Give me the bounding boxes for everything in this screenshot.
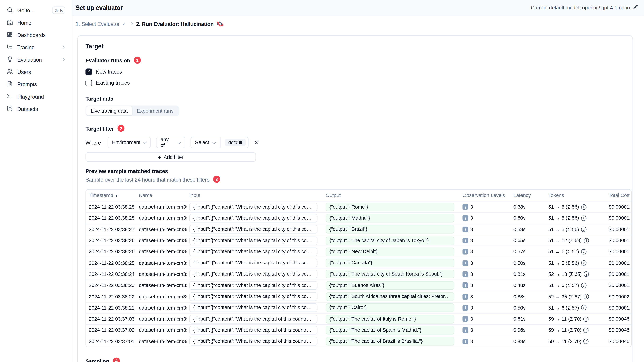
filter-operator-select[interactable]: any of (156, 137, 185, 148)
add-filter-button[interactable]: + Add filter (85, 152, 256, 162)
trace-name: dataset-run-item-cm3s4 (136, 249, 186, 255)
tokens-info-icon[interactable]: i (584, 271, 589, 277)
tokens-cell: 51 → 12 (Σ 63) i (545, 238, 606, 244)
sidebar-item-dashboards[interactable]: Dashboards (4, 29, 68, 41)
sidebar-item-label: Home (17, 19, 65, 26)
tab-experiment-runs[interactable]: Experiment runs (132, 106, 178, 115)
remove-filter-icon[interactable]: ✕ (254, 139, 258, 146)
tokens-info-icon[interactable]: i (581, 260, 586, 266)
trace-name: dataset-run-item-cm3s4 (136, 305, 186, 311)
column-header-timestamp[interactable]: Timestamp▼ (86, 193, 136, 198)
tokens-info-icon[interactable]: i (581, 215, 586, 221)
table-row[interactable]: 2024-11-22 03:38:27 dataset-run-item-cm3… (86, 224, 631, 235)
evaluator-runs-on-label: Evaluator runs on 1 (85, 57, 141, 64)
sampling-label: Sampling 4 (85, 358, 120, 362)
trace-name: dataset-run-item-cm3s4 (136, 260, 186, 266)
column-header-input: Input (186, 193, 323, 198)
observation-levels-cell: i 3 (460, 316, 510, 322)
filter-value-select[interactable]: Select default (190, 137, 248, 148)
table-row[interactable]: 2024-11-22 03:38:28 dataset-run-item-cm3… (86, 201, 631, 212)
filter-value-chip-default: default (225, 139, 246, 146)
prompts-icon (7, 80, 13, 88)
tokens-info-icon[interactable]: i (581, 204, 586, 210)
table-row[interactable]: 2024-11-22 03:38:25 dataset-run-item-cm3… (86, 257, 631, 268)
step-badge-3: 3 (213, 176, 220, 183)
sidebar-item-users[interactable]: Users (4, 66, 68, 78)
trace-input-json: {"input":[{"content":"What is the capita… (189, 203, 318, 211)
total-cost-cell: $0.000016 (606, 271, 630, 277)
trace-timestamp: 2024-11-22 03:38:28 (86, 204, 136, 210)
tokens-info-icon[interactable]: i (584, 238, 589, 243)
total-cost-cell: $0.000029 (606, 294, 630, 300)
step1-label: 1. Select Evaluator (76, 21, 120, 27)
trace-output-json: {"output":"Rome"} (326, 203, 454, 211)
tokens-info-icon[interactable]: i (584, 294, 589, 299)
trace-input-json: {"input":[{"content":"What is the capita… (189, 326, 318, 335)
trace-input-cell: {"input":[{"content":"What is the capita… (186, 203, 323, 211)
latency-cell: 0.57s (510, 249, 546, 255)
tab-live-tracing-data[interactable]: Live tracing data (86, 106, 132, 115)
step-badge-1: 1 (134, 57, 141, 64)
users-icon (7, 68, 13, 76)
tokens-info-icon[interactable]: i (581, 249, 586, 254)
table-row[interactable]: 2024-11-22 03:37:03 dataset-run-item-cm3… (86, 313, 631, 324)
checkbox-label: New traces (96, 69, 122, 75)
table-row[interactable]: 2024-11-22 03:38:28 dataset-run-item-cm3… (86, 212, 631, 224)
trace-timestamp: 2024-11-22 03:38:25 (86, 260, 136, 266)
sidebar-item-playground[interactable]: Playground (4, 90, 68, 102)
observation-levels-cell: i 3 (460, 226, 510, 232)
table-row[interactable]: 2024-11-22 03:38:24 dataset-run-item-cm3… (86, 268, 631, 280)
trace-output-cell: {"output":"Cairo"} (323, 304, 460, 312)
table-row[interactable]: 2024-11-22 03:37:02 dataset-run-item-cm3… (86, 324, 631, 336)
tokens-cell: 51 → 5 (Σ 56) i (545, 215, 606, 221)
checkbox-existing-traces[interactable]: ✓ Existing traces (85, 78, 624, 87)
latency-cell: 0.83s (510, 294, 546, 300)
filter-column-select[interactable]: Environment (108, 137, 150, 148)
tokens-cell: 59 → 11 (Σ 70) i (545, 316, 606, 322)
tokens-info-icon[interactable]: i (581, 227, 586, 232)
sidebar-item-tracing[interactable]: Tracing (4, 41, 68, 53)
target-data-label: Target data (85, 96, 624, 102)
go-to-search[interactable]: Go to... ⌘ K (4, 4, 68, 16)
table-row[interactable]: 2024-11-22 03:38:21 dataset-run-item-cm3… (86, 302, 631, 313)
sidebar-item-home[interactable]: Home (4, 16, 68, 29)
trace-output-cell: {"output":"Canada"} (323, 259, 460, 267)
sidebar-item-prompts[interactable]: Prompts (4, 78, 68, 90)
trace-output-json: {"output":"The capital city of Japan is … (326, 236, 454, 245)
table-row[interactable]: 2024-11-22 03:38:26 dataset-run-item-cm3… (86, 235, 631, 246)
page-title: Set up evaluator (76, 4, 123, 11)
observation-levels-cell: i 3 (460, 283, 510, 288)
trace-input-cell: {"input":[{"content":"What is the capita… (186, 247, 323, 256)
trace-input-json: {"input":[{"content":"What is the capita… (189, 236, 318, 245)
filter-value-placeholder: Select (195, 140, 209, 145)
divider (220, 137, 220, 148)
tokens-info-icon[interactable]: i (583, 339, 589, 344)
tokens-cell: 51 → 6 (Σ 57) i (545, 283, 606, 288)
edit-pencil-icon[interactable] (633, 4, 638, 11)
step-run-evaluator: 2. Run Evaluator: Hallucination (136, 21, 224, 27)
total-cost-cell: $0.00046 ( (606, 327, 630, 333)
default-model-text: Current default model: openai / gpt-4.1-… (531, 5, 630, 10)
table-row[interactable]: 2024-11-22 03:38:23 dataset-run-item-cm3… (86, 280, 631, 291)
trace-name: dataset-run-item-cm3s4 (136, 294, 186, 300)
trace-timestamp: 2024-11-22 03:38:21 (86, 305, 136, 311)
step-select-evaluator[interactable]: 1. Select Evaluator ✓ (76, 21, 126, 27)
table-row[interactable]: 2024-11-22 03:38:26 dataset-run-item-cm3… (86, 246, 631, 257)
tokens-info-icon[interactable]: i (581, 305, 586, 310)
tokens-info-icon[interactable]: i (583, 316, 589, 322)
tokens-info-icon[interactable]: i (583, 328, 589, 333)
sidebar-item-evaluation[interactable]: Evaluation (4, 53, 68, 65)
trace-input-json: {"input":[{"content":"What is the capita… (189, 214, 318, 223)
table-row[interactable]: 2024-11-22 03:37:01 dataset-run-item-cm3… (86, 336, 631, 347)
sidebar-item-datasets[interactable]: Datasets (4, 103, 68, 115)
trace-input-json: {"input":[{"content":"What is the capita… (189, 270, 318, 279)
tokens-info-icon[interactable]: i (581, 283, 586, 288)
trace-output-json: {"output":"The capital city of South Kor… (326, 270, 454, 279)
playground-icon (7, 93, 13, 100)
tokens-cell: 59 → 11 (Σ 70) i (545, 327, 606, 333)
trace-output-cell: {"output":"The capital city of Japan is … (323, 236, 460, 245)
trace-input-cell: {"input":[{"content":"What is the capita… (186, 236, 323, 245)
search-icon (7, 6, 13, 14)
table-row[interactable]: 2024-11-22 03:38:22 dataset-run-item-cm3… (86, 291, 631, 302)
checkbox-new-traces[interactable]: ✓ New traces (85, 67, 624, 76)
